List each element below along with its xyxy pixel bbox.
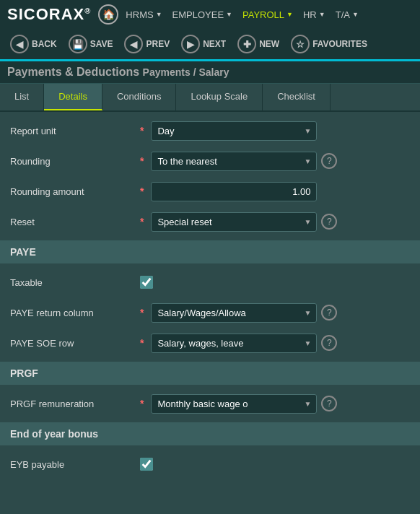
- rounding-amount-input[interactable]: [151, 182, 317, 201]
- paye-return-column-label: PAYE return column: [10, 308, 140, 318]
- prgf-remuneration-control: * Monthly basic wage o Other ?: [140, 394, 410, 414]
- tab-details[interactable]: Details: [44, 84, 102, 110]
- paye-return-column-row: PAYE return column * Salary/Wages/Allowa…: [10, 301, 410, 324]
- new-button[interactable]: ✚ NEW: [233, 33, 284, 55]
- paye-soe-row-select-wrap: Salary, wages, leave Other: [151, 334, 317, 353]
- prev-button[interactable]: ◀ PREV: [120, 33, 174, 55]
- breadcrumb-sub: Payments / Salary: [143, 66, 229, 78]
- rounding-help-icon[interactable]: ?: [321, 153, 337, 169]
- reset-select[interactable]: Special reset Daily reset Monthly reset: [151, 212, 317, 232]
- paye-section-header: PAYE: [0, 240, 420, 263]
- reset-control: * Special reset Daily reset Monthly rese…: [140, 212, 410, 232]
- tab-list[interactable]: List: [0, 84, 44, 110]
- nav-ta[interactable]: T/A▼: [336, 9, 359, 20]
- back-icon: ◀: [10, 35, 29, 53]
- back-button[interactable]: ◀ BACK: [6, 33, 61, 55]
- reset-required: *: [140, 216, 144, 227]
- breadcrumb-main: Payments & Deductions: [7, 66, 139, 78]
- reset-select-wrap: Special reset Daily reset Monthly reset: [151, 212, 317, 232]
- new-icon: ✚: [237, 35, 256, 53]
- logo: SICORAX®: [7, 5, 91, 24]
- tabs: List Details Conditions Lookup Scale Che…: [0, 84, 420, 112]
- paye-soe-row-help-icon[interactable]: ?: [321, 335, 337, 351]
- reset-help-icon[interactable]: ?: [321, 214, 337, 230]
- toolbar: ◀ BACK 💾 SAVE ◀ PREV ▶ NEXT ✚ NEW ☆ FAVO…: [0, 29, 420, 61]
- prgf-remuneration-label: PRGF remuneration: [10, 398, 140, 409]
- report-unit-required: *: [140, 125, 144, 136]
- prgf-remuneration-select[interactable]: Monthly basic wage o Other: [151, 394, 317, 414]
- report-unit-label: Report unit: [10, 126, 140, 136]
- paye-soe-row-select[interactable]: Salary, wages, leave Other: [151, 334, 317, 353]
- report-unit-select[interactable]: Day Hour Month: [151, 121, 317, 141]
- tab-checklist[interactable]: Checklist: [263, 84, 331, 110]
- reset-row: Reset * Special reset Daily reset Monthl…: [10, 210, 410, 233]
- next-button[interactable]: ▶ NEXT: [177, 33, 230, 55]
- paye-soe-row-required: *: [140, 337, 144, 349]
- save-button[interactable]: 💾 SAVE: [64, 33, 118, 55]
- rounding-select[interactable]: To the nearest Round up Round down No ro…: [151, 152, 317, 171]
- rounding-amount-row: Rounding amount *: [10, 180, 410, 203]
- rounding-amount-control: *: [140, 182, 410, 201]
- report-unit-row: Report unit * Day Hour Month: [10, 119, 410, 142]
- eoy-section-header: End of year bonus: [0, 422, 420, 445]
- prgf-section-header: PRGF: [0, 362, 420, 385]
- paye-return-column-required: *: [140, 307, 144, 318]
- rounding-row: Rounding * To the nearest Round up Round…: [10, 149, 410, 173]
- paye-return-column-select-wrap: Salary/Wages/Allowa Other income: [151, 303, 317, 323]
- taxable-row: Taxable: [10, 271, 410, 294]
- rounding-control: * To the nearest Round up Round down No …: [140, 152, 410, 171]
- rounding-label: Rounding: [10, 156, 140, 167]
- prev-icon: ◀: [124, 35, 143, 53]
- paye-return-column-help-icon[interactable]: ?: [321, 305, 337, 321]
- favourites-button[interactable]: ☆ FAVOURITES: [286, 33, 372, 55]
- taxable-control: [140, 276, 410, 289]
- rounding-amount-label: Rounding amount: [10, 186, 140, 197]
- nav-menu: HRMS▼ EMPLOYEE▼ PAYROLL▼ HR▼ T/A▼: [126, 9, 358, 20]
- taxable-checkbox[interactable]: [140, 276, 153, 289]
- eyb-payable-checkbox[interactable]: [140, 458, 153, 471]
- taxable-label: Taxable: [10, 277, 140, 288]
- top-bar: SICORAX® 🏠 HRMS▼ EMPLOYEE▼ PAYROLL▼ HR▼ …: [0, 0, 420, 29]
- nav-employee[interactable]: EMPLOYEE▼: [172, 9, 232, 20]
- save-icon: 💾: [69, 35, 87, 53]
- favourites-icon: ☆: [291, 35, 310, 53]
- tab-lookup-scale[interactable]: Lookup Scale: [176, 84, 263, 110]
- reset-label: Reset: [10, 217, 140, 227]
- tab-conditions[interactable]: Conditions: [102, 84, 176, 110]
- paye-return-column-control: * Salary/Wages/Allowa Other income ?: [140, 303, 410, 323]
- next-icon: ▶: [181, 35, 200, 53]
- rounding-amount-required: *: [140, 186, 144, 197]
- prgf-remuneration-select-wrap: Monthly basic wage o Other: [151, 394, 317, 414]
- report-unit-control: * Day Hour Month: [140, 121, 410, 141]
- breadcrumb: Payments & Deductions Payments / Salary: [0, 61, 420, 84]
- form-content: Report unit * Day Hour Month Rounding * …: [0, 112, 420, 490]
- rounding-select-wrap: To the nearest Round up Round down No ro…: [151, 152, 317, 171]
- report-unit-select-wrap: Day Hour Month: [151, 121, 317, 141]
- paye-soe-row-label: PAYE SOE row: [10, 338, 140, 349]
- prgf-remuneration-help-icon[interactable]: ?: [321, 396, 337, 411]
- eyb-payable-row: EYB payable: [10, 453, 410, 476]
- prgf-remuneration-required: *: [140, 398, 144, 409]
- paye-return-column-select[interactable]: Salary/Wages/Allowa Other income: [151, 303, 317, 323]
- nav-payroll[interactable]: PAYROLL▼: [242, 9, 293, 20]
- prgf-remuneration-row: PRGF remuneration * Monthly basic wage o…: [10, 392, 410, 415]
- paye-soe-row-row: PAYE SOE row * Salary, wages, leave Othe…: [10, 331, 410, 354]
- paye-soe-row-control: * Salary, wages, leave Other ?: [140, 334, 410, 353]
- nav-hrms[interactable]: HRMS▼: [126, 9, 162, 20]
- eyb-payable-label: EYB payable: [10, 459, 140, 470]
- eyb-payable-control: [140, 458, 410, 471]
- home-icon[interactable]: 🏠: [98, 4, 118, 25]
- nav-hr[interactable]: HR▼: [303, 9, 325, 20]
- rounding-required: *: [140, 155, 144, 167]
